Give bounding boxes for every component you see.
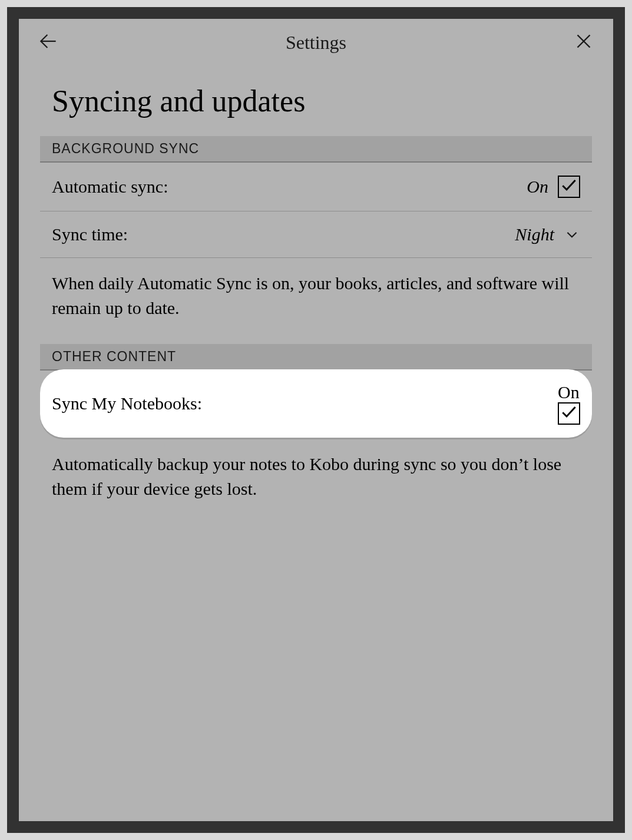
sync-time-value: Night [515,224,554,244]
automatic-sync-label: Automatic sync: [52,177,168,197]
arrow-left-icon [37,30,59,55]
row-sync-time[interactable]: Sync time: Night [40,211,592,258]
check-icon [560,402,578,425]
background-sync-description: When daily Automatic Sync is on, your bo… [19,258,613,344]
close-button[interactable] [571,29,597,55]
back-button[interactable] [35,29,61,55]
chevron-down-icon [564,226,580,243]
top-bar: Settings [19,19,613,66]
automatic-sync-value: On [527,177,548,197]
sync-time-label: Sync time: [52,224,128,244]
header-title: Settings [61,32,571,54]
section-header-background-sync: BACKGROUND SYNC [40,136,592,163]
row-automatic-sync[interactable]: Automatic sync: On [40,163,592,211]
sync-notebooks-label: Sync My Notebooks: [52,393,202,414]
row-sync-notebooks[interactable]: Sync My Notebooks: On [40,369,592,438]
check-icon [560,176,578,199]
page-title: Syncing and updates [19,72,613,136]
sync-notebooks-value: On [558,382,580,402]
close-icon [573,31,594,54]
section-header-other-content: OTHER CONTENT [40,344,592,371]
other-content-description: Automatically backup your notes to Kobo … [19,439,613,525]
automatic-sync-checkbox[interactable] [558,176,580,198]
sync-notebooks-checkbox[interactable] [558,402,580,425]
